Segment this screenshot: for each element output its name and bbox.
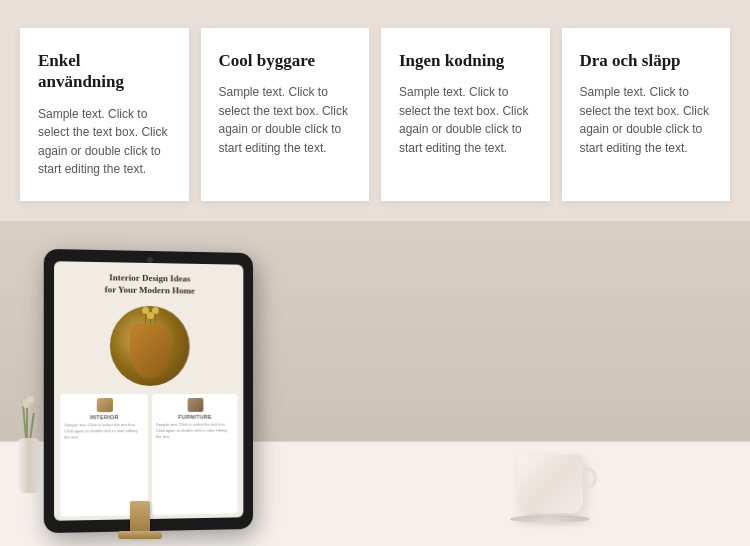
photo-section: Interior Design Ideas for Your Modern Ho… [0, 221, 750, 546]
card-3: Ingen kodning Sample text. Click to sele… [381, 28, 550, 201]
card-2: Cool byggare Sample text. Click to selec… [201, 28, 370, 201]
cup-saucer [510, 515, 590, 523]
card-4-title: Dra och släpp [580, 50, 713, 71]
desk-vase [18, 403, 40, 493]
furniture-text: Sample text. Click to select the text bo… [156, 422, 234, 439]
tablet-hero-image [110, 306, 190, 387]
furniture-icon [187, 398, 203, 412]
tablet-card-furniture: FURNITURE Sample text. Click to select t… [152, 394, 238, 515]
card-2-text: Sample text. Click to select the text bo… [219, 83, 352, 157]
card-1-text: Sample text. Click to select the text bo… [38, 105, 171, 179]
card-4-text: Sample text. Click to select the text bo… [580, 83, 713, 157]
interior-text: Sample text. Click to select the text bo… [64, 422, 144, 439]
tablet-header: Interior Design Ideas for Your Modern Ho… [96, 262, 202, 303]
card-2-title: Cool byggare [219, 50, 352, 71]
tablet-card-interior: INTERIOR Sample text. Click to select th… [60, 394, 148, 516]
interior-icon [96, 398, 112, 412]
tablet-vase [130, 323, 170, 378]
tablet-frame: Interior Design Ideas for Your Modern Ho… [44, 249, 253, 533]
card-1: Enkel användning Sample text. Click to s… [20, 28, 189, 201]
tablet-camera [147, 257, 153, 263]
tablet-stand-base [118, 531, 162, 539]
card-3-title: Ingen kodning [399, 50, 532, 71]
card-4: Dra och släpp Sample text. Click to sele… [562, 28, 731, 201]
card-1-title: Enkel användning [38, 50, 171, 93]
cup-handle [581, 467, 597, 489]
tablet: Interior Design Ideas for Your Modern Ho… [44, 249, 253, 533]
tablet-screen: Interior Design Ideas for Your Modern Ho… [54, 261, 243, 521]
interior-label: INTERIOR [64, 414, 144, 420]
coffee-cup [518, 455, 590, 523]
cards-section: Enkel användning Sample text. Click to s… [0, 0, 750, 221]
furniture-label: FURNITURE [156, 414, 234, 420]
cup-body [518, 455, 583, 513]
tablet-title: Interior Design Ideas for Your Modern Ho… [105, 272, 195, 297]
card-3-text: Sample text. Click to select the text bo… [399, 83, 532, 157]
